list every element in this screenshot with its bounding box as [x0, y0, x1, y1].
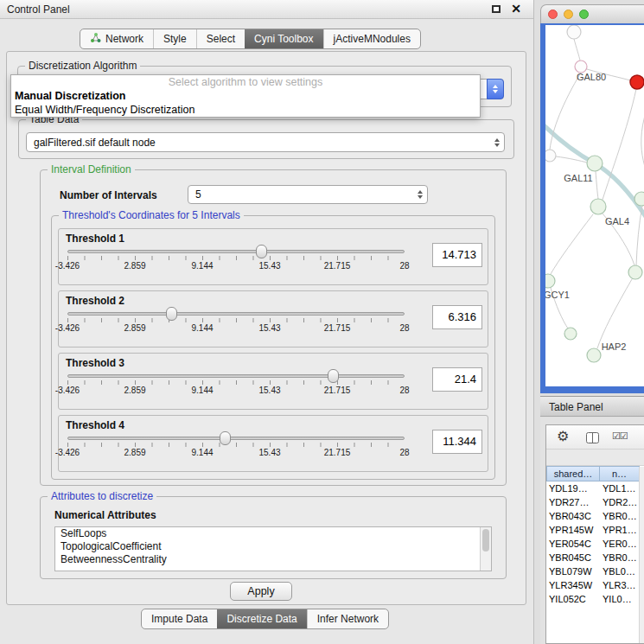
network-edge[interactable]	[597, 279, 632, 348]
apply-button[interactable]: Apply	[230, 582, 292, 601]
table-cell[interactable]: YPR145W	[546, 523, 600, 537]
checkboxes-icon[interactable]	[612, 430, 628, 442]
tab-discretize-data[interactable]: Discretize Data	[217, 609, 306, 628]
threshold-4-slider[interactable]	[67, 437, 405, 440]
updown-arrows-icon	[418, 186, 423, 203]
table-cell[interactable]: YER054C	[546, 537, 600, 551]
network-node[interactable]	[575, 61, 587, 73]
list-item[interactable]: BetweennessCentrality	[55, 553, 491, 566]
table-cell[interactable]: YDL19…	[546, 481, 600, 495]
slider-scale: -3.426 2.859 9.144 15.43 21.715 28	[67, 386, 405, 396]
network-node[interactable]	[630, 75, 644, 89]
network-graph[interactable]: GAL80GAL11GAL4GCY1HAP2	[545, 25, 644, 386]
list-scrollbar[interactable]	[480, 527, 491, 571]
column-header-shared-name[interactable]: shared…	[546, 466, 600, 481]
network-node[interactable]	[587, 156, 603, 171]
table-row[interactable]: YPR145W YPR1…	[546, 523, 644, 537]
table-cell[interactable]: YDR27…	[546, 495, 600, 509]
table-cell[interactable]: YBR0…	[600, 551, 640, 564]
network-node[interactable]	[545, 150, 556, 162]
tab-impute-data[interactable]: Impute Data	[142, 609, 217, 628]
menu-item-placeholder: Select algorithm to view settings	[11, 76, 480, 89]
threshold-4-value[interactable]: 11.344	[432, 430, 482, 454]
tab-infer-network[interactable]: Infer Network	[307, 609, 388, 628]
table-cell[interactable]: YBR0…	[600, 509, 640, 523]
table-cell[interactable]: YBL079W	[546, 564, 600, 578]
menu-item-manual-discretization[interactable]: Manual Discretization	[11, 89, 480, 103]
table-cell[interactable]: YIL052C	[546, 592, 600, 606]
table-data-select[interactable]: galFiltered.sif default node	[26, 132, 505, 152]
list-item[interactable]: TopologicalCoefficient	[55, 540, 491, 553]
columns-icon[interactable]	[586, 431, 599, 447]
table-row[interactable]: YBR045C YBR0…	[546, 551, 644, 564]
mac-zoom-icon[interactable]	[579, 10, 589, 19]
network-node[interactable]	[545, 274, 555, 288]
threshold-3-value[interactable]: 21.4	[432, 367, 482, 392]
slider-thumb[interactable]	[328, 369, 339, 383]
tab-network[interactable]: Network	[80, 29, 153, 48]
menu-item-equal-width[interactable]: Equal Width/Frequency Discretization	[11, 103, 480, 117]
table-row[interactable]: YBR043C YBR0…	[546, 509, 644, 523]
table-row[interactable]: YDR27… YDR2…	[546, 495, 644, 509]
gear-icon[interactable]	[557, 428, 569, 444]
threshold-1-slider[interactable]	[67, 250, 405, 253]
scrollbar-thumb[interactable]	[482, 529, 489, 552]
close-window-icon[interactable]	[511, 2, 521, 16]
network-node[interactable]	[567, 25, 581, 39]
tab-label: Impute Data	[151, 613, 207, 625]
tab-style[interactable]: Style	[153, 29, 196, 48]
tab-label: Select	[207, 33, 235, 45]
float-window-icon[interactable]	[492, 5, 501, 13]
network-node-label: GCY1	[545, 290, 570, 300]
mac-close-icon[interactable]	[548, 10, 558, 19]
table-cell[interactable]: YLR345W	[546, 578, 600, 592]
tab-jactivemnodules[interactable]: jActiveMNodules	[323, 29, 420, 48]
table-cell[interactable]: YBL0…	[600, 564, 640, 578]
threshold-3-slider[interactable]	[67, 374, 405, 378]
network-window-titlebar[interactable]	[540, 4, 644, 23]
table-cell[interactable]: YLR3…	[600, 578, 640, 592]
table-cell[interactable]: YER0…	[600, 537, 640, 551]
network-node[interactable]	[634, 192, 644, 206]
table-cell[interactable]: YDR2…	[600, 495, 640, 509]
table-scrollbar[interactable]	[639, 467, 644, 643]
network-node[interactable]	[590, 199, 606, 214]
network-edge[interactable]	[574, 39, 580, 61]
network-edge[interactable]	[636, 206, 642, 265]
network-edge[interactable]	[550, 73, 581, 150]
column-header-name[interactable]: n…	[600, 466, 640, 481]
table-cell[interactable]: YIL0…	[600, 592, 640, 606]
num-intervals-select[interactable]: 5	[188, 185, 428, 204]
network-node[interactable]	[564, 328, 577, 340]
network-canvas[interactable]: GAL80GAL11GAL4GCY1HAP2	[545, 25, 644, 386]
slider-thumb[interactable]	[220, 431, 231, 445]
slider-ticks	[67, 256, 405, 260]
network-edge[interactable]	[551, 214, 593, 274]
table-row[interactable]: YDL19… YDL1…	[546, 481, 644, 495]
table-cell[interactable]: YBR043C	[546, 509, 600, 523]
slider-thumb[interactable]	[166, 307, 177, 321]
threshold-2-value[interactable]: 6.316	[432, 305, 482, 329]
tab-cyni-toolbox[interactable]: Cyni Toolbox	[245, 29, 322, 48]
threshold-1-value[interactable]: 14.713	[432, 243, 482, 267]
cyni-toolbox-panel: Discretization Algorithm Table Data galF…	[6, 51, 526, 605]
table-cell[interactable]: YPR1…	[600, 523, 640, 537]
table-cell[interactable]: YDL1…	[600, 481, 640, 495]
threshold-2-slider[interactable]	[67, 312, 405, 316]
table-row[interactable]: YER054C YER0…	[546, 537, 644, 551]
control-panel-tabs: Network Style Select Cyni Toolbox jActiv…	[80, 29, 421, 49]
table-row[interactable]: YBL079W YBL0…	[546, 564, 644, 578]
table-row[interactable]: YLR345W YLR3…	[546, 578, 644, 592]
slider-thumb[interactable]	[256, 245, 267, 258]
network-edge[interactable]	[596, 171, 598, 199]
tab-select[interactable]: Select	[196, 29, 245, 48]
combo-value: 5	[195, 188, 201, 201]
table-row[interactable]: YIL052C YIL0…	[546, 592, 644, 606]
table-cell[interactable]: YBR045C	[546, 551, 600, 564]
numerical-attributes-list[interactable]: SelfLoops TopologicalCoefficient Between…	[54, 526, 492, 571]
mac-minimize-icon[interactable]	[564, 10, 573, 19]
algorithm-dropdown-menu: Select algorithm to view settings Manual…	[10, 74, 481, 118]
network-node[interactable]	[628, 265, 642, 279]
network-node[interactable]	[587, 348, 601, 362]
list-item[interactable]: SelfLoops	[55, 527, 491, 540]
